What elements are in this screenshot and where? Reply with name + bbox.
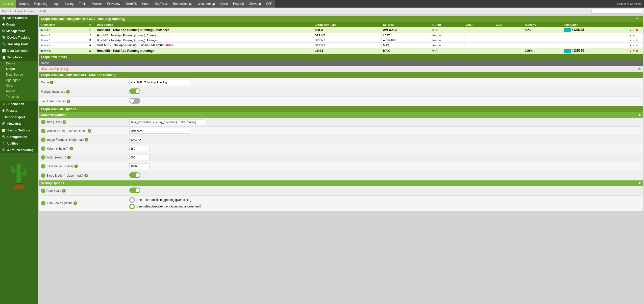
auto-scale-options-up-icon[interactable]: ↑	[41, 201, 45, 205]
move-down-icon[interactable]: ▼	[633, 34, 635, 37]
image-format-up-icon[interactable]: ↑	[41, 137, 45, 142]
image-format-help-icon[interactable]: ?	[85, 138, 88, 142]
item-label[interactable]: Item # 1	[39, 27, 88, 33]
vertical-label-help-icon[interactable]: ?	[88, 129, 91, 133]
height-help-icon[interactable]: ?	[69, 147, 73, 150]
breadcrumb-console[interactable]: Console	[2, 10, 12, 13]
height-input[interactable]	[129, 146, 150, 151]
color-swatch[interactable]	[564, 28, 571, 32]
title-up-icon[interactable]: ↑	[41, 120, 45, 124]
test-data-sources-toggle[interactable]	[129, 98, 140, 104]
nav-tab-reportit[interactable]: ReportIt	[231, 0, 247, 8]
alt-autoscale-toggle[interactable]	[129, 197, 135, 203]
sidebar-sub-aggregate[interactable]: Aggregate	[0, 77, 38, 83]
base-value-help-icon[interactable]: ?	[74, 165, 78, 168]
nav-tab-routerconfigs[interactable]: RouterConfigs	[170, 0, 195, 8]
title-help-icon[interactable]: ?	[63, 120, 66, 124]
help-icon[interactable]: ?	[636, 17, 638, 21]
slope-mode-help-icon[interactable]: ?	[84, 174, 88, 177]
nav-tab-weathermap[interactable]: Weathermap	[195, 0, 218, 8]
sidebar-sub-graph[interactable]: Graph	[0, 66, 38, 72]
delete-icon[interactable]: ✕	[636, 50, 638, 52]
move-down-icon[interactable]: ▼	[633, 44, 635, 47]
title-input[interactable]	[129, 119, 205, 125]
nav-tab-reporting[interactable]: Reporting	[32, 0, 50, 8]
sidebar-sub-device[interactable]: Device	[0, 61, 38, 66]
nav-tab-console[interactable]: Console	[0, 0, 16, 8]
name-help-icon[interactable]: ?	[50, 81, 54, 84]
move-up-icon[interactable]: ▲	[629, 29, 632, 32]
auto-scale-options-help-icon[interactable]: ?	[73, 201, 77, 205]
nav-tab-slowlog[interactable]: SlowLog	[247, 0, 264, 8]
item-label[interactable]: Item # 2	[39, 33, 88, 38]
width-input[interactable]	[129, 155, 150, 160]
nav-tab-cfp[interactable]: CFP	[264, 0, 275, 8]
sidebar-item-main-console[interactable]: 🏠 Main Console	[0, 15, 38, 21]
sidebar-item-automation[interactable]: ⚡ Automation	[0, 101, 38, 107]
sidebar-item-troubleshooting[interactable]: 🔍 # Troubleshooting	[0, 147, 38, 153]
width-up-icon[interactable]: ↑	[41, 155, 45, 160]
nav-tab-logs[interactable]: Logs	[50, 0, 62, 8]
sidebar-item-presets[interactable]: ⚙ Presets	[0, 107, 38, 114]
add-item-icon[interactable]: +	[639, 17, 641, 21]
sidebar-item-device-tracking[interactable]: 📡 Device Tracking	[0, 34, 38, 41]
sidebar-item-flowview[interactable]: 🌊 FlowView	[0, 121, 38, 127]
base-value-up-icon[interactable]: ↑	[41, 164, 45, 169]
move-down-icon[interactable]: ▼	[633, 50, 635, 52]
item-label[interactable]: Item # 5	[39, 48, 88, 54]
sidebar-item-utilities[interactable]: 🔨 Utilities	[0, 140, 38, 147]
delete-icon[interactable]: ✕	[636, 44, 638, 47]
move-down-icon[interactable]: ▼	[633, 29, 635, 32]
auto-scale-toggle[interactable]	[129, 188, 140, 193]
close-ds-button[interactable]: ✕	[638, 67, 641, 71]
item-label[interactable]: Item # 4	[39, 43, 88, 48]
width-help-icon[interactable]: ?	[67, 156, 71, 159]
base-value-input[interactable]	[129, 163, 150, 169]
auto-scale-help-icon[interactable]: ?	[62, 189, 66, 193]
delete-icon[interactable]: ✕	[636, 39, 638, 42]
alt-autoscale-max-toggle[interactable]	[129, 204, 135, 209]
move-up-icon[interactable]: ▲	[629, 44, 632, 47]
nav-tab-mikrotik[interactable]: MikroTik	[123, 0, 140, 8]
height-up-icon[interactable]: ↑	[41, 146, 45, 151]
nav-tab-flowview[interactable]: FlowView	[105, 0, 123, 8]
color-swatch[interactable]	[564, 49, 571, 53]
test-data-sources-help-icon[interactable]: ?	[67, 100, 70, 103]
add-input-icon[interactable]: +	[639, 55, 641, 59]
sidebar-item-templates[interactable]: 📋 Templates	[0, 54, 38, 61]
collapse-icon[interactable]: ⇕	[638, 113, 641, 117]
name-input[interactable]	[129, 80, 190, 85]
sidebar-item-tracking-tools[interactable]: 🔧 Tracking Tools	[0, 41, 38, 48]
sidebar-item-management[interactable]: ⚙ Management	[0, 28, 38, 34]
sidebar-sub-color[interactable]: Color	[0, 83, 38, 88]
nav-tab-thold[interactable]: Thold	[76, 0, 89, 8]
move-up-icon[interactable]: ▲	[629, 34, 632, 37]
slope-mode-up-icon[interactable]: ↑	[41, 173, 45, 178]
move-up-icon[interactable]: ▲	[629, 39, 632, 42]
sidebar-sub-threshold[interactable]: Threshold	[0, 94, 38, 100]
move-down-icon[interactable]: ▼	[633, 39, 635, 42]
multiple-instances-toggle[interactable]	[129, 88, 140, 94]
multiple-instances-help-icon[interactable]: ?	[66, 90, 70, 93]
image-format-select[interactable]: SVG PNG EPS	[129, 137, 142, 143]
vertical-label-input[interactable]	[129, 128, 190, 134]
delete-icon[interactable]: ✕	[636, 29, 638, 32]
data-source-running-link[interactable]: Data Source [running]	[41, 67, 68, 71]
auto-scale-up-icon[interactable]: ↑	[41, 189, 45, 193]
scaling-collapse-icon[interactable]: ⇕	[638, 181, 641, 185]
nav-tab-cycle[interactable]: Cycle	[218, 0, 231, 8]
sidebar-item-data-collection[interactable]: 📊 Data Collection	[0, 48, 38, 54]
move-up-icon[interactable]: ▲	[629, 50, 632, 52]
nav-tab-mactrack[interactable]: MacTrack	[152, 0, 170, 8]
sidebar-item-syslog-settings[interactable]: 📝 Syslog Settings	[0, 127, 38, 134]
nav-tab-hmib[interactable]: Hmib	[140, 0, 152, 8]
nav-tab-syslog[interactable]: Syslog	[62, 0, 76, 8]
breadcrumb-graph-templates[interactable]: Graph Templates	[15, 10, 36, 13]
sidebar-item-configuration[interactable]: 🔩 Configuration	[0, 134, 38, 140]
sidebar-sub-data-source[interactable]: Data Source	[0, 72, 38, 77]
nav-tab-graphs[interactable]: Graphs	[16, 0, 32, 8]
slope-mode-toggle[interactable]	[129, 172, 140, 178]
sidebar-item-create[interactable]: ✚ Create	[0, 21, 38, 28]
vertical-label-up-icon[interactable]: ↑	[41, 129, 45, 133]
delete-icon[interactable]: ✕	[636, 34, 638, 37]
